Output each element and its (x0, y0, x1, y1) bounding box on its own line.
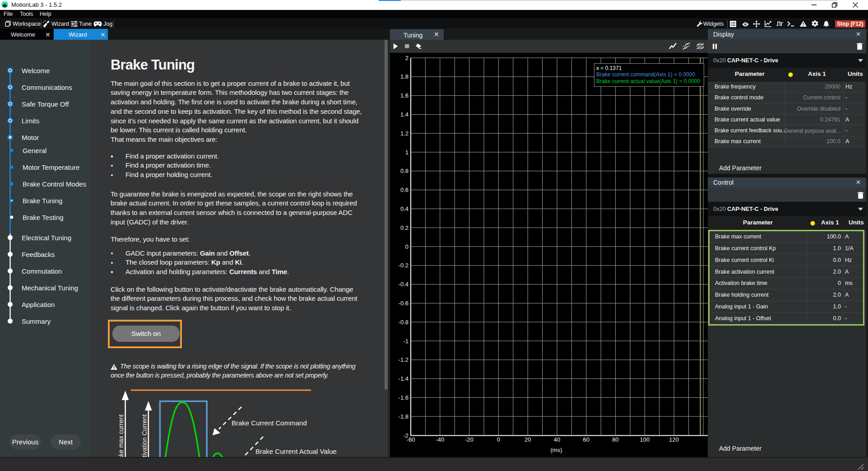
svg-text:-0.6: -0.6 (399, 300, 408, 307)
svg-text:-1.6: -1.6 (399, 394, 408, 401)
svg-text:100: 100 (640, 436, 650, 443)
svg-text:-60: -60 (407, 436, 415, 443)
svg-text:1.2: 1.2 (400, 130, 408, 137)
svg-text:2: 2 (405, 55, 408, 61)
svg-text:0.2: 0.2 (400, 224, 408, 231)
svg-text:-0.2: -0.2 (399, 262, 408, 269)
svg-text:120: 120 (669, 436, 679, 443)
svg-text:Brake Current Actual Value: Brake Current Actual Value (255, 448, 337, 455)
svg-text:0: 0 (405, 243, 408, 250)
svg-text:-0.8: -0.8 (399, 319, 408, 326)
svg-text:-1.2: -1.2 (399, 356, 408, 363)
svg-text:-0.4: -0.4 (399, 281, 408, 288)
svg-text:-40: -40 (436, 436, 444, 443)
svg-text:1.8: 1.8 (400, 73, 408, 80)
svg-text:-1: -1 (403, 338, 408, 345)
svg-text:Brake Current Command: Brake Current Command (232, 419, 307, 427)
svg-text:0.8: 0.8 (400, 168, 408, 174)
svg-text:-1.8: -1.8 (399, 413, 408, 420)
svg-text:20: 20 (525, 436, 531, 443)
svg-text:60: 60 (583, 436, 589, 443)
svg-text:Brake max current: Brake max current (117, 415, 125, 457)
svg-text:1.6: 1.6 (400, 92, 408, 99)
svg-text:0.4: 0.4 (400, 205, 408, 212)
svg-text:-20: -20 (465, 436, 473, 443)
svg-text:1: 1 (405, 149, 408, 156)
svg-text:-1.4: -1.4 (399, 375, 408, 382)
svg-text:80: 80 (612, 436, 618, 443)
svg-text:(ms): (ms) (551, 447, 562, 453)
svg-text:0: 0 (497, 436, 500, 443)
svg-text:Activation Current: Activation Current (141, 415, 148, 457)
svg-text:40: 40 (554, 436, 560, 443)
svg-text:1.4: 1.4 (400, 111, 408, 118)
svg-text:0.6: 0.6 (400, 187, 408, 193)
